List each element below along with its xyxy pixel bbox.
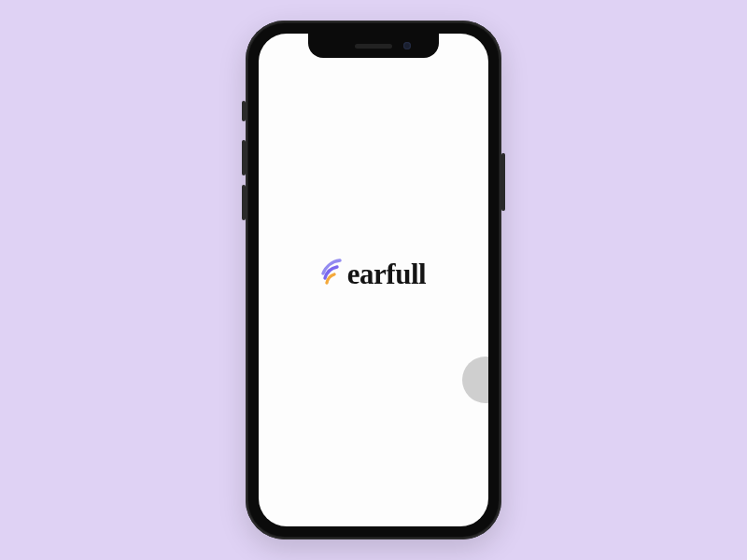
- splash-screen[interactable]: earfull: [259, 34, 488, 526]
- phone-body: earfull: [248, 23, 499, 537]
- app-logo: earfull: [321, 257, 426, 287]
- front-camera: [403, 42, 411, 49]
- volume-down-button: [242, 185, 246, 220]
- touch-indicator: [462, 357, 488, 403]
- volume-up-button: [242, 140, 246, 175]
- power-button: [501, 153, 505, 211]
- display-notch: [308, 34, 439, 58]
- app-wordmark: earfull: [347, 259, 426, 288]
- silence-switch: [242, 101, 246, 121]
- phone-frame: earfull: [246, 21, 501, 539]
- sound-arcs-icon: [321, 257, 345, 287]
- speaker-grille: [355, 44, 392, 49]
